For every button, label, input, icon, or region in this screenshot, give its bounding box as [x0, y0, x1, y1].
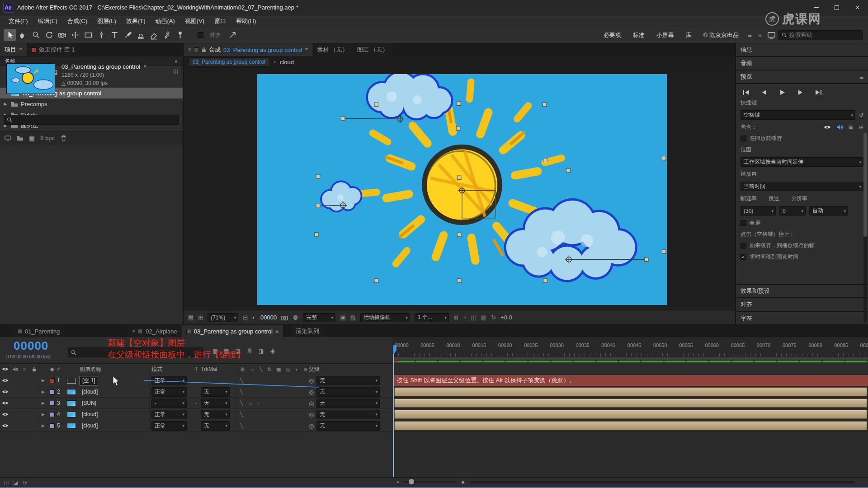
- table-row-layer-1[interactable]: ▶ 1 [空 1] 正常 ╲ ◎无: [0, 375, 392, 386]
- region-of-interest-icon[interactable]: ▣: [340, 314, 345, 321]
- camera-tool-icon[interactable]: [56, 29, 68, 41]
- tab-composition[interactable]: × 合成 03_Parenting as group control ≡: [184, 43, 312, 56]
- tab-effect-controls[interactable]: 效果控件 空 1: [27, 43, 79, 56]
- parent-pickwhip-icon[interactable]: ◎: [309, 389, 314, 395]
- pen-tool-icon[interactable]: [95, 29, 108, 41]
- layer-name-column[interactable]: 图层名称: [80, 364, 149, 375]
- close-tab-icon[interactable]: ×: [132, 328, 135, 334]
- help-search-input[interactable]: [789, 32, 859, 38]
- right-panel-scroll-thumb[interactable]: [863, 133, 867, 237]
- audio-column-icon[interactable]: [12, 367, 18, 372]
- table-row-layer-2[interactable]: ▶ 2 [cloud] 正常 无 ╲ ◎无: [0, 386, 392, 398]
- layer-duration-bar[interactable]: [394, 399, 867, 408]
- layer-switch-icon[interactable]: ☼: [250, 366, 255, 372]
- camera-dropdown[interactable]: 活动摄像机: [360, 313, 410, 322]
- shortcut-dropdown[interactable]: 空格键: [741, 110, 855, 120]
- viewer-timecode[interactable]: 00000: [260, 314, 277, 321]
- eye-icon[interactable]: [2, 401, 9, 405]
- parent-pickwhip-icon[interactable]: ◎: [309, 377, 314, 384]
- resolution-dropdown[interactable]: 完整: [303, 313, 335, 322]
- breadcrumb-comp[interactable]: 03_Parenting as group control: [188, 57, 270, 66]
- parent-column[interactable]: 父级: [306, 364, 392, 375]
- move-time-option[interactable]: ✓将时间移到预览时间: [741, 253, 863, 261]
- tab-layer[interactable]: 图层 （无）: [353, 43, 393, 56]
- workspace-menu-icon[interactable]: ≡: [745, 32, 755, 38]
- zoom-in-mountain-icon[interactable]: ▲: [460, 479, 466, 485]
- brush-tool-icon[interactable]: [122, 29, 134, 41]
- work-area-bar[interactable]: [393, 357, 868, 361]
- layer-expander-icon[interactable]: ▶: [39, 375, 47, 386]
- trash-icon[interactable]: [60, 135, 67, 141]
- parent-dropdown[interactable]: 无: [316, 376, 380, 385]
- reset-icon[interactable]: ↺: [859, 112, 863, 118]
- parent-pickwhip-icon[interactable]: ◎: [309, 400, 314, 407]
- layer-switch-icon[interactable]: ╲: [259, 366, 263, 372]
- audio-panel-header[interactable]: 音频: [736, 57, 868, 70]
- blend-mode-dropdown[interactable]: 正常: [151, 387, 187, 397]
- layer-switch-icon[interactable]: fx: [268, 366, 272, 372]
- eye-icon[interactable]: [2, 389, 9, 394]
- layer-name[interactable]: [cloud]: [80, 422, 100, 429]
- new-composition-icon[interactable]: ▦: [29, 135, 35, 141]
- full-screen-option[interactable]: 全屏: [741, 219, 863, 227]
- parent-dropdown[interactable]: 无: [316, 410, 380, 419]
- label-chip[interactable]: [50, 423, 55, 428]
- exposure-value[interactable]: +0.0: [500, 314, 512, 321]
- video-column-icon[interactable]: [2, 367, 9, 371]
- first-frame-button[interactable]: [742, 89, 750, 95]
- panel-menu-icon[interactable]: ≡: [275, 328, 278, 334]
- blend-mode-dropdown[interactable]: 正常: [151, 421, 187, 431]
- trkmat-dropdown[interactable]: 无: [201, 421, 230, 431]
- trkmat-dropdown[interactable]: 无: [201, 399, 230, 408]
- menu-window[interactable]: 窗口: [209, 15, 231, 27]
- layer-duration-bar[interactable]: [394, 387, 867, 396]
- expand-in-out-icon[interactable]: ◫: [4, 480, 9, 485]
- tab-timeline-01[interactable]: 01_Parenting: [13, 325, 64, 337]
- zoom-slider-thumb[interactable]: [409, 479, 414, 484]
- layer-switch-icon[interactable]: 单: [240, 366, 245, 373]
- menu-help[interactable]: 帮助(H): [231, 15, 261, 27]
- parent-dropdown[interactable]: 无: [316, 399, 380, 408]
- preserve-transparency-column[interactable]: T: [192, 364, 201, 375]
- label-column-icon[interactable]: ◆: [47, 364, 57, 375]
- play-cached-option[interactable]: 如果缓存，则播放缓存的帧: [741, 242, 863, 249]
- view-layout-icon[interactable]: ▤: [188, 314, 193, 321]
- fast-preview-icon[interactable]: ◔: [463, 314, 467, 321]
- chevron-down-icon[interactable]: ▼: [143, 65, 147, 69]
- character-panel-header[interactable]: 字符: [736, 312, 868, 324]
- zoom-out-mountain-icon[interactable]: ▲: [396, 480, 400, 484]
- blend-mode-dropdown[interactable]: 正常: [151, 376, 187, 385]
- solo-column-icon[interactable]: ○: [20, 364, 29, 375]
- layer-duration-bar[interactable]: [394, 410, 867, 419]
- project-bit-depth[interactable]: 8 bpc: [40, 135, 55, 141]
- label-chip[interactable]: [50, 401, 55, 406]
- interpret-footage-icon[interactable]: [5, 135, 11, 141]
- table-row-layer-5[interactable]: ▶ 5 [cloud] 正常 无 ╲ ◎无: [0, 420, 392, 432]
- new-folder-icon[interactable]: [17, 135, 24, 141]
- layer-name[interactable]: [空 1]: [80, 376, 98, 385]
- channels-icon[interactable]: [292, 314, 298, 320]
- rectangle-tool-icon[interactable]: [82, 29, 94, 41]
- magnification-dropdown[interactable]: (71%): [208, 313, 238, 322]
- tab-timeline-02[interactable]: ×02_Airplane: [127, 325, 181, 337]
- project-search-box[interactable]: [4, 115, 179, 125]
- snapshot-icon[interactable]: [281, 315, 288, 320]
- table-row-layer-4[interactable]: ▶ 4 [cloud] 正常 无 ╲ ◎无: [0, 409, 392, 420]
- menu-effect[interactable]: 效果(T): [121, 15, 151, 27]
- timeline-ruler[interactable]: 0000000005000100001500020000250003000035…: [393, 337, 868, 357]
- current-time-indicator-line[interactable]: [393, 345, 394, 477]
- layer-expander-icon[interactable]: ▶: [39, 386, 47, 397]
- composition-canvas[interactable]: [257, 74, 667, 305]
- reset-exposure-icon[interactable]: ↻: [491, 314, 496, 321]
- previous-frame-button[interactable]: [760, 89, 768, 95]
- snap-options-icon[interactable]: [226, 29, 239, 41]
- layer-expander-icon[interactable]: ▶: [39, 409, 47, 420]
- lock-column-icon[interactable]: [32, 367, 36, 372]
- trkmat-column[interactable]: TrkMat: [201, 364, 237, 375]
- layer-name[interactable]: [cloud]: [80, 411, 100, 418]
- resolution-preview-dropdown[interactable]: 自动: [809, 206, 848, 216]
- motion-blur-icon[interactable]: ◉: [270, 348, 274, 354]
- timeline-horizontal-scrollbar[interactable]: [470, 481, 854, 483]
- menu-edit[interactable]: 编辑(E): [33, 15, 62, 27]
- panel-menu-icon[interactable]: ≡: [859, 74, 863, 80]
